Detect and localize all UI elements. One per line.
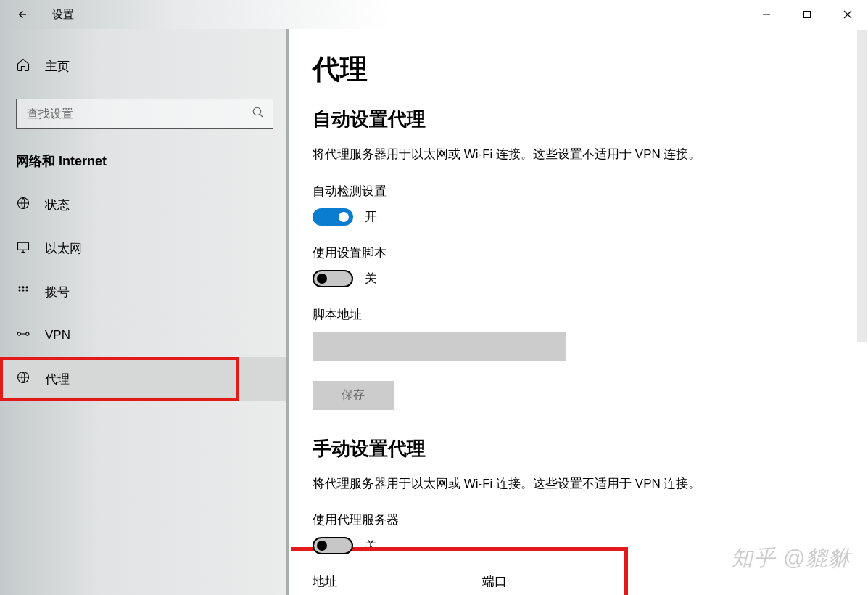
back-button[interactable]: [0, 0, 44, 29]
svg-point-11: [19, 286, 20, 287]
port-label: 端口: [482, 573, 507, 590]
close-icon: [843, 10, 852, 19]
svg-point-14: [17, 332, 20, 335]
back-arrow-icon: [16, 9, 28, 20]
script-toggle[interactable]: [313, 270, 353, 287]
sidebar: 主页 网络和 Internet 状态 以太网 拨号 VPN 代理: [0, 29, 289, 595]
use-proxy-state: 关: [365, 538, 377, 554]
svg-point-12: [22, 286, 24, 287]
sidebar-item-proxy[interactable]: 代理: [0, 357, 286, 401]
sidebar-item-status[interactable]: 状态: [0, 183, 286, 226]
save-button[interactable]: 保存: [313, 381, 394, 410]
use-proxy-toggle[interactable]: [313, 537, 353, 554]
sidebar-item-vpn[interactable]: VPN: [0, 313, 286, 357]
use-proxy-label: 使用代理服务器: [313, 512, 842, 528]
close-button[interactable]: [827, 0, 868, 29]
svg-point-10: [26, 290, 28, 291]
script-address-label: 脚本地址: [313, 306, 842, 323]
search-container: [16, 99, 273, 129]
sidebar-item-ethernet[interactable]: 以太网: [0, 226, 286, 270]
address-label: 地址: [313, 573, 337, 590]
sidebar-item-dialup[interactable]: 拨号: [0, 270, 286, 313]
home-icon: [16, 57, 30, 75]
search-icon: [252, 106, 265, 122]
minimize-icon: [762, 10, 771, 19]
auto-detect-label: 自动检测设置: [313, 183, 842, 200]
sidebar-item-label: 拨号: [45, 284, 70, 300]
app-title: 设置: [52, 8, 74, 22]
svg-rect-7: [18, 242, 29, 250]
script-toggle-state: 关: [365, 270, 377, 287]
content-area: 代理 自动设置代理 将代理服务器用于以太网或 Wi-Fi 连接。这些设置不适用于…: [291, 29, 868, 595]
sidebar-group-header: 网络和 Internet: [16, 152, 286, 170]
script-address-input[interactable]: [313, 332, 566, 361]
vpn-icon: [16, 327, 30, 345]
svg-point-8: [19, 290, 20, 291]
section-title-auto: 自动设置代理: [313, 107, 842, 132]
script-toggle-label: 使用设置脚本: [313, 245, 842, 261]
sidebar-item-label: 以太网: [45, 240, 82, 257]
search-input[interactable]: [16, 99, 273, 129]
maximize-icon: [803, 10, 811, 19]
dialup-icon: [16, 283, 30, 301]
svg-point-9: [22, 290, 24, 291]
maximize-button[interactable]: [787, 0, 827, 29]
sidebar-item-label: 代理: [45, 371, 70, 387]
sidebar-item-label: VPN: [45, 328, 70, 342]
titlebar: 设置: [0, 0, 868, 29]
minimize-button[interactable]: [746, 0, 787, 29]
auto-detect-state: 开: [365, 208, 377, 225]
svg-point-13: [26, 286, 28, 287]
svg-line-5: [260, 114, 263, 117]
sidebar-home-label: 主页: [45, 58, 70, 75]
svg-rect-1: [804, 12, 811, 18]
status-icon: [16, 196, 30, 214]
manual-desc: 将代理服务器用于以太网或 Wi-Fi 连接。这些设置不适用于 VPN 连接。: [313, 475, 842, 493]
proxy-icon: [16, 370, 30, 388]
toggle-knob: [339, 212, 349, 222]
page-title: 代理: [313, 51, 842, 88]
scrollbar[interactable]: [857, 30, 867, 342]
svg-point-4: [253, 107, 261, 115]
auto-detect-toggle[interactable]: [313, 208, 353, 226]
ethernet-icon: [16, 239, 30, 258]
toggle-knob: [317, 541, 327, 551]
auto-desc: 将代理服务器用于以太网或 Wi-Fi 连接。这些设置不适用于 VPN 连接。: [313, 145, 842, 164]
sidebar-home[interactable]: 主页: [0, 49, 286, 83]
section-title-manual: 手动设置代理: [313, 436, 842, 461]
toggle-knob: [317, 274, 327, 284]
svg-point-15: [26, 332, 29, 335]
sidebar-item-label: 状态: [45, 197, 70, 213]
